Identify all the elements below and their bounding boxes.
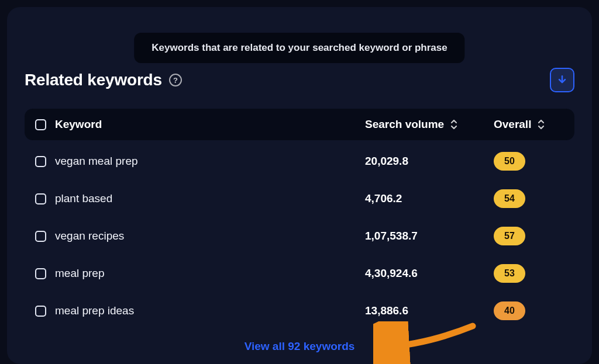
download-icon [556,74,568,86]
cell-keyword: meal prep ideas [55,304,134,317]
col-volume-label[interactable]: Search volume [365,118,444,131]
table-body: vegan meal prep20,029.850plant based4,70… [25,140,574,330]
col-keyword-label: Keyword [55,118,102,130]
row-checkbox[interactable] [35,306,46,317]
table-row: meal prep ideas13,886.640 [25,292,574,330]
col-overall-label[interactable]: Overall [494,118,531,131]
section-header: Related keywords ? [25,68,574,92]
related-keywords-card: Keywords that are related to your search… [7,7,592,364]
sort-icon[interactable] [450,119,458,130]
row-checkbox[interactable] [35,231,46,242]
cell-volume: 4,30,924.6 [365,267,418,280]
select-all-checkbox[interactable] [35,119,46,130]
table-header: Keyword Search volume Overall [25,109,574,140]
cell-volume: 13,886.6 [365,304,408,317]
sort-icon[interactable] [537,119,545,130]
help-icon[interactable]: ? [169,74,182,86]
table-row: meal prep4,30,924.653 [25,255,574,292]
overall-badge: 53 [494,264,525,283]
overall-badge: 40 [494,301,525,320]
overall-badge: 57 [494,227,525,245]
cell-volume: 1,07,538.7 [365,230,418,242]
row-checkbox[interactable] [35,156,46,167]
cell-keyword: vegan recipes [55,230,124,242]
section-title-wrap: Related keywords ? [25,71,182,89]
section-title: Related keywords [25,71,162,89]
overall-badge: 54 [494,189,525,208]
cell-keyword: plant based [55,192,112,204]
view-all-link[interactable]: View all 92 keywords [25,340,574,353]
cell-volume: 20,029.8 [365,155,408,168]
keywords-table: Keyword Search volume Overall vegan meal… [25,109,574,330]
cell-keyword: vegan meal prep [55,155,138,167]
download-button[interactable] [550,68,574,92]
overall-badge: 50 [494,152,525,171]
table-row: plant based4,706.254 [25,180,574,217]
cell-volume: 4,706.2 [365,192,402,205]
row-checkbox[interactable] [35,193,46,204]
cell-keyword: meal prep [55,267,105,279]
section-tooltip: Keywords that are related to your search… [134,33,464,63]
row-checkbox[interactable] [35,268,46,279]
table-row: vegan meal prep20,029.850 [25,143,574,180]
table-row: vegan recipes1,07,538.757 [25,217,574,255]
